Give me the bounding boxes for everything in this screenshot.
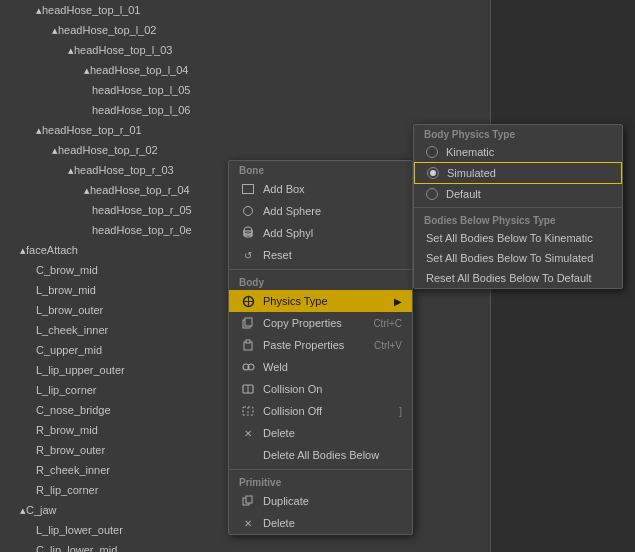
menu-item-label: Duplicate (263, 495, 309, 507)
menu-item-physics-type[interactable]: Physics Type ▶ (229, 290, 412, 312)
submenu-item-label: Kinematic (446, 146, 494, 158)
separator (414, 207, 622, 208)
menu-item-reset[interactable]: ↺ Reset (229, 244, 412, 266)
separator (229, 269, 412, 270)
menu-item-delete-primitive[interactable]: ✕ Delete (229, 512, 412, 534)
duplicate-icon (239, 494, 257, 508)
submenu-section-title: Body Physics Type (414, 125, 622, 142)
submenu-item-simulated[interactable]: Simulated (414, 162, 622, 184)
menu-item-label: Delete (263, 517, 295, 529)
tree-item[interactable]: ▴headHose_top_l_04 (0, 60, 490, 80)
submenu-item-label: Simulated (447, 167, 496, 179)
radio-kinematic (426, 146, 438, 158)
svg-rect-7 (245, 318, 252, 326)
menu-item-delete[interactable]: ✕ Delete (229, 422, 412, 444)
shortcut-label: Ctrl+C (373, 318, 402, 329)
delete-all-icon (239, 448, 257, 462)
submenu-item-kinematic[interactable]: Kinematic (414, 142, 622, 162)
radio-simulated (427, 167, 439, 179)
physics-icon (239, 294, 257, 308)
menu-item-label: Add Sphyl (263, 227, 313, 239)
reset-icon: ↺ (239, 248, 257, 262)
tree-item[interactable]: headHose_top_l_05 (0, 80, 490, 100)
section-label-body: Body (229, 273, 412, 290)
separator (229, 469, 412, 470)
menu-item-weld[interactable]: Weld (229, 356, 412, 378)
menu-item-label: Reset (263, 249, 292, 261)
copy-icon (239, 316, 257, 330)
menu-item-collision-off[interactable]: Collision Off ] (229, 400, 412, 422)
menu-item-delete-all-bodies[interactable]: Delete All Bodies Below (229, 444, 412, 466)
submenu-item-label: Set All Bodies Below To Kinematic (426, 232, 593, 244)
collision-off-icon (239, 404, 257, 418)
menu-item-label: Physics Type (263, 295, 328, 307)
submenu-below-title: Bodies Below Physics Type (414, 211, 622, 228)
tree-item[interactable]: headHose_top_l_06 (0, 100, 490, 120)
submenu-item-label: Reset All Bodies Below To Default (426, 272, 592, 284)
menu-item-paste-properties[interactable]: Paste Properties Ctrl+V (229, 334, 412, 356)
tree-item[interactable]: C_lip_lower_mid (0, 540, 490, 552)
submenu-arrow-icon: ▶ (394, 296, 402, 307)
context-menu: Bone Add Box Add Sphere Add Sphyl ↺ Rese… (228, 160, 413, 535)
sphere-icon (239, 204, 257, 218)
menu-item-label: Weld (263, 361, 288, 373)
submenu-physics-type: Body Physics Type Kinematic Simulated De… (413, 124, 623, 289)
section-label-primitive: Primitive (229, 473, 412, 490)
menu-item-add-box[interactable]: Add Box (229, 178, 412, 200)
menu-item-label: Copy Properties (263, 317, 342, 329)
tree-item[interactable]: ▴headHose_top_l_02 (0, 20, 490, 40)
svg-rect-17 (246, 496, 252, 503)
submenu-item-label: Default (446, 188, 481, 200)
menu-item-copy-properties[interactable]: Copy Properties Ctrl+C (229, 312, 412, 334)
submenu-item-below-reset[interactable]: Reset All Bodies Below To Default (414, 268, 622, 288)
submenu-item-below-simulated[interactable]: Set All Bodies Below To Simulated (414, 248, 622, 268)
menu-item-add-sphyl[interactable]: Add Sphyl (229, 222, 412, 244)
box-icon (239, 182, 257, 196)
collision-on-icon (239, 382, 257, 396)
tree-item[interactable]: ▴headHose_top_l_03 (0, 40, 490, 60)
menu-item-label: Collision Off (263, 405, 322, 417)
menu-item-label: Collision On (263, 383, 322, 395)
delete-prim-icon: ✕ (239, 516, 257, 530)
menu-item-duplicate[interactable]: Duplicate (229, 490, 412, 512)
shortcut-label: Ctrl+V (374, 340, 402, 351)
submenu-item-default[interactable]: Default (414, 184, 622, 204)
menu-item-collision-on[interactable]: Collision On (229, 378, 412, 400)
svg-rect-9 (246, 340, 250, 343)
menu-item-label: Delete All Bodies Below (263, 449, 379, 461)
submenu-item-below-kinematic[interactable]: Set All Bodies Below To Kinematic (414, 228, 622, 248)
menu-item-label: Delete (263, 427, 295, 439)
shortcut-label: ] (399, 406, 402, 417)
menu-item-label: Paste Properties (263, 339, 344, 351)
submenu-item-label: Set All Bodies Below To Simulated (426, 252, 593, 264)
weld-icon (239, 360, 257, 374)
sphyl-icon (239, 226, 257, 240)
paste-icon (239, 338, 257, 352)
delete-icon: ✕ (239, 426, 257, 440)
menu-item-add-sphere[interactable]: Add Sphere (229, 200, 412, 222)
radio-default (426, 188, 438, 200)
menu-item-label: Add Box (263, 183, 305, 195)
menu-item-label: Add Sphere (263, 205, 321, 217)
section-label-bone: Bone (229, 161, 412, 178)
tree-item[interactable]: ▴headHose_top_l_01 (0, 0, 490, 20)
